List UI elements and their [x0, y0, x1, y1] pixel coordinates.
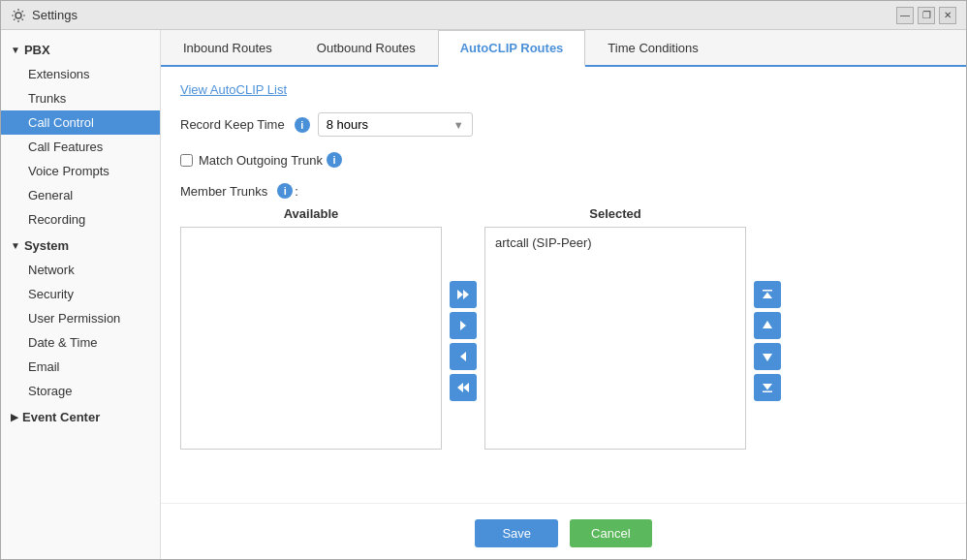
- svg-marker-1: [457, 290, 463, 299]
- svg-point-0: [16, 13, 21, 18]
- svg-marker-9: [763, 321, 772, 328]
- window-title: Settings: [32, 8, 78, 22]
- record-keep-time-info-icon[interactable]: i: [295, 117, 310, 133]
- match-outgoing-trunk-info-icon[interactable]: i: [327, 152, 342, 168]
- sidebar: ▼ PBX Extensions Trunks Call Control Cal…: [1, 30, 161, 559]
- content-area: ▼ PBX Extensions Trunks Call Control Cal…: [1, 30, 966, 559]
- svg-marker-5: [457, 383, 463, 392]
- title-bar: Settings — ❐ ✕: [1, 1, 966, 30]
- sidebar-section-system: ▼ System Network Security User Permissio…: [1, 233, 160, 403]
- move-top-button[interactable]: [754, 281, 781, 308]
- move-all-left-button[interactable]: [450, 374, 477, 401]
- transfer-buttons: [442, 230, 484, 452]
- svg-marker-10: [763, 354, 772, 361]
- svg-marker-2: [463, 290, 469, 299]
- move-down-button[interactable]: [754, 343, 781, 370]
- record-keep-time-row: Record Keep Time i 8 hours ▼: [180, 112, 947, 137]
- available-panel: Available: [180, 206, 442, 450]
- settings-icon: [11, 8, 26, 23]
- available-label: Available: [180, 206, 442, 221]
- available-list[interactable]: [180, 227, 442, 450]
- selected-list[interactable]: artcall (SIP-Peer): [484, 227, 746, 450]
- sidebar-item-date-time[interactable]: Date & Time: [1, 330, 160, 355]
- minimize-button[interactable]: —: [896, 7, 914, 24]
- sidebar-item-extensions[interactable]: Extensions: [1, 62, 160, 86]
- title-bar-controls: — ❐ ✕: [896, 7, 956, 24]
- move-all-right-button[interactable]: [450, 281, 477, 308]
- move-right-button[interactable]: [450, 312, 477, 339]
- svg-marker-12: [763, 384, 772, 390]
- transfer-section: Available: [180, 206, 947, 452]
- sidebar-item-trunks[interactable]: Trunks: [1, 86, 160, 110]
- close-button[interactable]: ✕: [939, 7, 956, 24]
- sidebar-section-event-center-label: Event Center: [22, 410, 100, 424]
- sidebar-item-storage[interactable]: Storage: [1, 379, 160, 403]
- match-outgoing-trunk-checkbox[interactable]: [180, 154, 193, 167]
- settings-window: Settings — ❐ ✕ ▼ PBX Extensions Trunks: [0, 0, 967, 560]
- tab-autoclip-routes[interactable]: AutoCLIP Routes: [438, 30, 586, 67]
- member-trunks-label: Member Trunks: [180, 184, 267, 199]
- sidebar-item-recording[interactable]: Recording: [1, 207, 160, 232]
- sidebar-section-event-center-header[interactable]: ▶ Event Center: [1, 405, 160, 429]
- sidebar-section-system-header[interactable]: ▼ System: [1, 233, 160, 258]
- tab-inbound-routes[interactable]: Inbound Routes: [161, 30, 295, 67]
- sidebar-item-call-control[interactable]: Call Control: [1, 110, 160, 135]
- cancel-button[interactable]: Cancel: [570, 519, 651, 547]
- selected-panel: Selected artcall (SIP-Peer): [484, 206, 746, 450]
- member-trunks-row: Member Trunks i :: [180, 183, 947, 199]
- svg-marker-6: [463, 383, 469, 392]
- footer-buttons: Save Cancel: [161, 503, 966, 559]
- dropdown-arrow-icon: ▼: [453, 119, 464, 131]
- svg-marker-8: [763, 293, 772, 299]
- sidebar-section-pbx: ▼ PBX Extensions Trunks Call Control Cal…: [1, 38, 160, 232]
- move-bottom-button[interactable]: [754, 374, 781, 401]
- selected-list-item[interactable]: artcall (SIP-Peer): [489, 232, 741, 254]
- tab-time-conditions[interactable]: Time Conditions: [585, 30, 720, 67]
- sidebar-item-call-features[interactable]: Call Features: [1, 135, 160, 159]
- main-content: Inbound Routes Outbound Routes AutoCLIP …: [161, 30, 966, 559]
- sort-buttons: [746, 230, 789, 452]
- move-up-button[interactable]: [754, 312, 781, 339]
- svg-rect-11: [763, 391, 772, 393]
- record-keep-time-dropdown[interactable]: 8 hours ▼: [318, 112, 473, 137]
- selected-label: Selected: [484, 206, 746, 221]
- svg-marker-3: [460, 321, 466, 330]
- member-trunks-info-icon[interactable]: i: [277, 183, 293, 199]
- sidebar-item-user-permission[interactable]: User Permission: [1, 306, 160, 330]
- record-keep-time-value: 8 hours: [327, 117, 368, 132]
- sidebar-item-email[interactable]: Email: [1, 355, 160, 379]
- form-area: View AutoCLIP List Record Keep Time i 8 …: [161, 67, 966, 503]
- sidebar-section-event-center: ▶ Event Center: [1, 405, 160, 429]
- sidebar-item-voice-prompts[interactable]: Voice Prompts: [1, 159, 160, 183]
- save-button[interactable]: Save: [475, 519, 558, 547]
- record-keep-time-label: Record Keep Time: [180, 117, 285, 132]
- sidebar-section-system-label: System: [24, 238, 69, 253]
- sidebar-item-security[interactable]: Security: [1, 282, 160, 306]
- match-outgoing-trunk-label: Match Outgoing Trunk: [199, 153, 323, 168]
- match-outgoing-trunk-row: Match Outgoing Trunk i: [180, 152, 947, 168]
- system-arrow-icon: ▼: [11, 240, 20, 251]
- tab-outbound-routes[interactable]: Outbound Routes: [295, 30, 438, 67]
- restore-button[interactable]: ❐: [918, 7, 935, 24]
- event-center-arrow-icon: ▶: [11, 412, 18, 422]
- title-bar-left: Settings: [11, 8, 78, 23]
- move-left-button[interactable]: [450, 343, 477, 370]
- tabs-bar: Inbound Routes Outbound Routes AutoCLIP …: [161, 30, 966, 67]
- sidebar-item-network[interactable]: Network: [1, 258, 160, 282]
- svg-marker-4: [460, 352, 466, 361]
- svg-rect-7: [763, 290, 772, 292]
- sidebar-section-pbx-header[interactable]: ▼ PBX: [1, 38, 160, 62]
- sidebar-item-general[interactable]: General: [1, 183, 160, 207]
- view-autoclip-list-link[interactable]: View AutoCLIP List: [180, 82, 287, 97]
- sidebar-section-pbx-label: PBX: [24, 43, 50, 57]
- pbx-arrow-icon: ▼: [11, 45, 20, 55]
